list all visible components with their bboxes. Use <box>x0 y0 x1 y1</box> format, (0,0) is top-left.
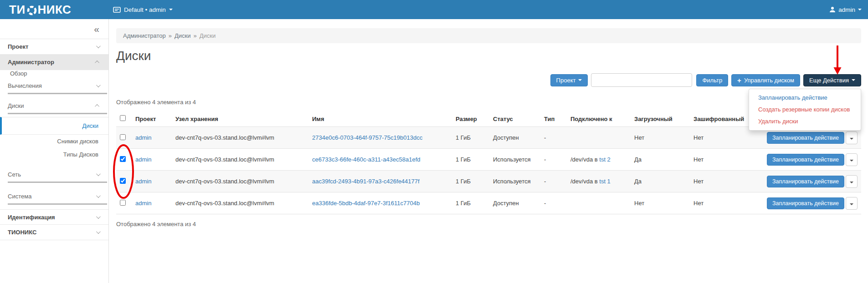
column-header-encrypted[interactable]: Зашифрованный <box>690 111 754 127</box>
sidebar-item-tionix[interactable]: ТИОНИКС <box>0 225 108 240</box>
menu-item-create-backups[interactable]: Создать резервные копии дисков <box>749 104 861 116</box>
attached-instance-link[interactable]: tst 2 <box>599 156 611 163</box>
sidebar-item-identity[interactable]: Идентификация <box>0 209 108 225</box>
row-checkbox[interactable] <box>120 178 126 184</box>
attached-to-cell: /dev/vda в tst 1 <box>567 171 631 192</box>
column-header-name[interactable]: Имя <box>308 111 452 127</box>
sidebar-item-project[interactable]: Проект <box>0 39 108 55</box>
top-header-bar: ТИ НИКС Default • admin admin <box>0 0 868 19</box>
row-actions-caret-button[interactable] <box>846 153 858 166</box>
schedule-action-button[interactable]: Запланировать действие <box>767 197 844 209</box>
project-link[interactable]: admin <box>135 156 151 163</box>
breadcrumb-separator: » <box>169 32 172 39</box>
column-header-bootable[interactable]: Загрузочный <box>631 111 690 127</box>
chevron-down-icon <box>96 214 101 219</box>
project-context-switcher[interactable]: Default • admin <box>113 6 173 13</box>
column-header-type[interactable]: Тип <box>540 111 567 127</box>
filter-button[interactable]: Фильтр <box>696 74 728 86</box>
disk-name-link[interactable]: aac39fcd-2493-4b91-97a3-c426fe44177f <box>312 178 420 185</box>
project-link[interactable]: admin <box>135 134 151 141</box>
type-cell: - <box>540 127 567 149</box>
breadcrumb-link-admin[interactable]: Администратор <box>123 32 166 39</box>
button-label: Еще Действия <box>809 77 849 84</box>
bootable-cell: Нет <box>631 127 690 149</box>
sidebar-item-disks-active[interactable]: Диски <box>0 117 108 135</box>
column-header-host[interactable]: Узел хранения <box>172 111 308 127</box>
row-checkbox[interactable] <box>120 156 126 162</box>
size-cell: 1 ГиБ <box>452 127 489 149</box>
size-cell: 1 ГиБ <box>452 149 489 171</box>
schedule-action-button[interactable]: Запланировать действие <box>767 176 844 187</box>
breadcrumb-separator: » <box>194 32 197 39</box>
type-cell: - <box>540 171 567 192</box>
chevron-down-icon <box>850 203 853 205</box>
sidebar-group-disks[interactable]: Диски <box>0 97 108 109</box>
bootable-cell: Да <box>631 149 690 171</box>
attached-to-cell: /dev/vda в tst 2 <box>567 149 631 171</box>
sidebar-group-system[interactable]: Система <box>0 187 108 200</box>
sidebar-group-label: Сеть <box>8 171 21 178</box>
domain-card-icon <box>113 7 121 13</box>
project-link[interactable]: admin <box>135 200 151 207</box>
more-actions-menu: Запланировать действие Создать резервные… <box>749 89 861 131</box>
select-all-checkbox[interactable] <box>120 115 126 121</box>
column-header-size[interactable]: Размер <box>452 111 489 127</box>
brand-o-icon <box>26 5 37 16</box>
attached-prefix: /dev/vda в <box>570 156 599 163</box>
row-checkbox[interactable] <box>120 200 126 206</box>
column-header-status[interactable]: Статус <box>489 111 540 127</box>
menu-item-delete-disks[interactable]: Удалить диски <box>749 116 861 127</box>
chevron-down-icon <box>850 138 853 140</box>
column-header-attached-to[interactable]: Подключено к <box>567 111 631 127</box>
items-shown-bottom: Отображено 4 элемента из 4 <box>116 221 861 227</box>
chevron-down-icon <box>96 172 101 176</box>
project-filter-dropdown-button[interactable]: Проект <box>550 74 588 86</box>
chevron-down-icon <box>169 9 173 10</box>
more-actions-button[interactable]: Еще Действия <box>803 74 861 86</box>
status-cell: Доступен <box>489 192 540 214</box>
schedule-action-button[interactable]: Запланировать действие <box>767 154 844 166</box>
project-link[interactable]: admin <box>135 178 151 185</box>
status-cell: Используется <box>489 171 540 192</box>
schedule-action-button[interactable]: Запланировать действие <box>767 132 844 144</box>
collapse-icon: « <box>94 24 99 35</box>
user-menu[interactable]: admin <box>829 6 868 13</box>
page-title: Диски <box>116 49 861 63</box>
encrypted-cell: Нет <box>690 149 754 171</box>
button-label: Проект <box>556 77 576 84</box>
chevron-down-icon <box>850 160 853 162</box>
table-row: admin dev-cnt7q-ovs-03.stand.loc@lvm#lvm… <box>116 171 861 192</box>
breadcrumb-link-disks[interactable]: Диски <box>175 32 191 39</box>
menu-item-schedule-action[interactable]: Запланировать действие <box>749 92 861 104</box>
status-cell: Используется <box>489 149 540 171</box>
size-cell: 1 ГиБ <box>452 171 489 192</box>
brand-logo[interactable]: ТИ НИКС <box>0 3 113 17</box>
sidebar-group-network[interactable]: Сеть <box>0 166 108 178</box>
search-input[interactable] <box>591 73 692 87</box>
disk-name-link[interactable]: ce6733c3-66fe-460c-a311-a43ec58a1efd <box>312 156 421 163</box>
table-toolbar: Проект Фильтр + Управлять диском Еще Дей… <box>116 73 861 87</box>
attached-prefix: /dev/vda в <box>570 178 599 185</box>
disk-name-link[interactable]: 2734e0c6-0703-464f-9757-75c19b013dcc <box>312 134 422 141</box>
attached-instance-link[interactable]: tst 1 <box>599 178 611 185</box>
disk-name-link[interactable]: ea336fde-5bdb-4daf-97e7-3f1611c7704b <box>312 200 420 207</box>
type-cell: - <box>540 192 567 214</box>
user-name: admin <box>838 6 855 13</box>
row-actions-caret-button[interactable] <box>846 131 858 144</box>
encrypted-cell: Нет <box>690 192 754 214</box>
attached-to-cell <box>567 192 631 214</box>
table-row: admin dev-cnt7q-ovs-03.stand.loc@lvm#lvm… <box>116 149 861 171</box>
manage-disk-button[interactable]: + Управлять диском <box>731 74 800 86</box>
encrypted-cell: Нет <box>690 127 754 149</box>
chevron-down-icon <box>96 229 101 234</box>
chevron-down-icon <box>96 193 101 198</box>
sidebar-item-overview[interactable]: Обзор <box>0 65 37 80</box>
row-actions-caret-button[interactable] <box>846 175 858 188</box>
row-checkbox[interactable] <box>120 134 126 140</box>
sidebar-collapse-button[interactable]: « <box>0 19 108 39</box>
row-actions-caret-button[interactable] <box>846 197 858 210</box>
sidebar-item-disk-types[interactable]: Типы Дисков <box>0 148 108 161</box>
column-header-project[interactable]: Проект <box>132 111 172 127</box>
chevron-up-icon <box>95 61 99 65</box>
sidebar-item-disk-snapshots[interactable]: Снимки дисков <box>0 135 108 148</box>
